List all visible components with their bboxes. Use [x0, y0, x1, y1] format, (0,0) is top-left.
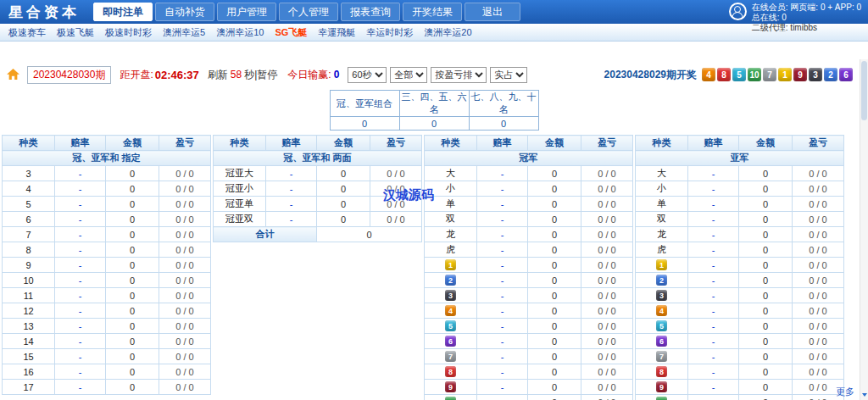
odds-cell[interactable]: - — [477, 227, 528, 242]
odds-cell[interactable]: - — [477, 242, 528, 258]
main-tab-6[interactable]: 退出 — [465, 3, 520, 21]
odds-cell[interactable]: - — [477, 334, 528, 349]
amount-cell: 0 — [739, 227, 793, 242]
odds-cell[interactable]: - — [55, 197, 106, 212]
odds-cell[interactable]: - — [55, 227, 106, 242]
amount-cell: 0 — [106, 273, 159, 288]
scrollbar-track[interactable] — [860, 59, 868, 400]
odds-cell[interactable]: - — [477, 288, 528, 303]
odds-cell[interactable]: - — [477, 395, 528, 400]
odds-cell[interactable]: - — [688, 303, 739, 319]
odds-cell[interactable]: - — [477, 319, 528, 334]
odds-cell[interactable]: - — [688, 380, 739, 395]
main-tab-5[interactable]: 开奖结果 — [403, 3, 462, 21]
odds-cell[interactable]: - — [688, 349, 739, 364]
odds-cell[interactable]: - — [55, 303, 106, 319]
odds-cell[interactable]: - — [688, 212, 739, 227]
odds-cell[interactable]: - — [266, 181, 317, 197]
odds-cell[interactable]: - — [688, 166, 739, 181]
main-tab-4[interactable]: 报表查询 — [341, 3, 400, 21]
bet-kind-cell: 虎 — [636, 242, 688, 258]
odds-cell[interactable]: - — [477, 349, 528, 364]
odds-cell[interactable]: - — [688, 319, 739, 334]
game-nav-item-2[interactable]: 极速时时彩 — [105, 26, 152, 39]
amount-cell: 0 — [739, 166, 793, 181]
odds-cell[interactable]: - — [477, 380, 528, 395]
table-row: 龙-00 / 0 — [636, 227, 844, 242]
odds-cell[interactable]: - — [55, 181, 106, 197]
odds-cell[interactable]: - — [477, 273, 528, 288]
more-link[interactable]: 更多 — [836, 386, 854, 398]
odds-cell[interactable]: - — [688, 258, 739, 273]
refresh-link[interactable]: 刷新 — [208, 68, 228, 82]
odds-cell[interactable]: - — [688, 334, 739, 349]
odds-cell[interactable]: - — [55, 258, 106, 273]
odds-cell[interactable]: - — [55, 212, 106, 227]
odds-cell[interactable]: - — [55, 334, 106, 349]
select-scope[interactable]: 全部 — [390, 67, 427, 83]
odds-cell[interactable]: - — [55, 273, 106, 288]
select-mode[interactable]: 实占 — [490, 67, 527, 83]
odds-cell[interactable]: - — [477, 303, 528, 319]
number-ball-3: 3 — [445, 290, 456, 301]
odds-cell[interactable]: - — [477, 197, 528, 212]
game-nav-item-1[interactable]: 极速飞艇 — [57, 26, 94, 39]
odds-cell[interactable]: - — [55, 242, 106, 258]
main-tab-1[interactable]: 自动补货 — [155, 3, 214, 21]
table-row: 9-00 / 0 — [636, 380, 844, 395]
odds-cell[interactable]: - — [55, 166, 106, 181]
select-interval[interactable]: 60秒 — [348, 67, 387, 83]
column-header: 赔率 — [55, 136, 106, 151]
home-icon[interactable] — [7, 69, 19, 81]
game-nav-item-8[interactable]: 澳洲幸运20 — [424, 26, 471, 39]
game-nav-item-5[interactable]: SG飞艇 — [275, 26, 307, 39]
summary-group-tab-2[interactable]: 七、八、九、十名 — [469, 91, 538, 117]
odds-cell[interactable]: - — [688, 364, 739, 380]
select-sort[interactable]: 按盈亏排 — [431, 67, 487, 83]
bet-kind-cell: 2 — [425, 273, 477, 288]
odds-cell[interactable]: - — [688, 273, 739, 288]
odds-cell[interactable]: - — [266, 197, 317, 212]
amount-cell: 0 — [528, 334, 581, 349]
odds-cell[interactable]: - — [688, 288, 739, 303]
odds-cell[interactable]: - — [688, 181, 739, 197]
odds-cell[interactable]: - — [688, 227, 739, 242]
odds-cell[interactable]: - — [477, 166, 528, 181]
amount-cell: 0 — [528, 288, 581, 303]
odds-cell[interactable]: - — [477, 212, 528, 227]
odds-cell[interactable]: - — [266, 166, 317, 181]
odds-cell[interactable]: - — [55, 319, 106, 334]
main-tab-0[interactable]: 即时注单 — [93, 3, 153, 21]
table-row: 5-00 / 0 — [425, 319, 633, 334]
bet-table-3: 种类赔率金额盈亏亚军大-00 / 0小-00 / 0单-00 / 0双-00 /… — [635, 135, 844, 400]
main-tab-3[interactable]: 个人管理 — [279, 3, 338, 21]
main-tab-2[interactable]: 用户管理 — [217, 3, 276, 21]
odds-cell[interactable]: - — [477, 258, 528, 273]
odds-cell[interactable]: - — [688, 242, 739, 258]
odds-cell[interactable]: - — [55, 364, 106, 380]
table-row: 15-00 / 0 — [3, 349, 211, 364]
odds-cell[interactable]: - — [688, 395, 739, 400]
odds-cell[interactable]: - — [55, 288, 106, 303]
profit-loss-cell: 0 / 0 — [159, 334, 211, 349]
odds-cell[interactable]: - — [688, 197, 739, 212]
odds-cell[interactable]: - — [477, 364, 528, 380]
odds-cell[interactable]: - — [477, 181, 528, 197]
amount-cell: 0 — [317, 212, 370, 227]
scrollbar-thumb[interactable] — [861, 61, 867, 120]
scroll-down-icon[interactable] — [860, 390, 868, 399]
game-nav-item-7[interactable]: 幸运时时彩 — [366, 26, 413, 39]
game-nav-item-3[interactable]: 澳洲幸运5 — [163, 26, 205, 39]
summary-group-tab-1[interactable]: 三、四、五、六名 — [399, 91, 469, 117]
profit-loss-cell: 0 / 0 — [159, 242, 211, 258]
refresh-pause-text[interactable]: 秒|暂停 — [244, 68, 277, 82]
bet-kind-cell: 8 — [636, 364, 688, 380]
odds-cell[interactable]: - — [55, 349, 106, 364]
game-nav-item-0[interactable]: 极速赛车 — [8, 26, 46, 39]
game-nav-item-4[interactable]: 澳洲幸运10 — [216, 26, 264, 39]
odds-cell[interactable]: - — [55, 380, 106, 395]
summary-group-tab-0[interactable]: 冠、亚军组合 — [330, 91, 399, 117]
game-nav-item-6[interactable]: 幸運飛艇 — [318, 26, 355, 39]
odds-cell[interactable]: - — [266, 212, 317, 227]
table-row: 7-00 / 0 — [636, 349, 844, 364]
